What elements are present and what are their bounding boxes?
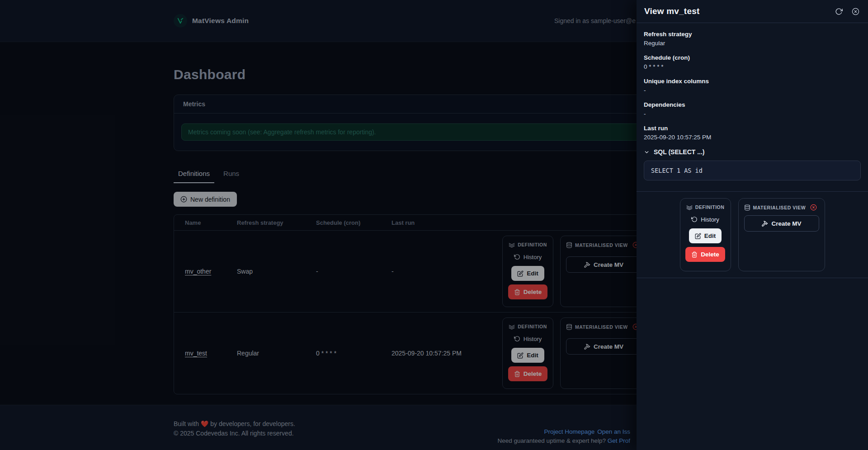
- field-label: Last run: [644, 125, 861, 132]
- history-button[interactable]: History: [689, 214, 722, 225]
- create-mv-button[interactable]: Create MV: [744, 215, 819, 232]
- app-root: MatViews Admin Signed in as sample-user@…: [0, 0, 868, 450]
- refresh-button[interactable]: [834, 7, 844, 16]
- edit-button[interactable]: Edit: [689, 228, 722, 243]
- definition-actions-panel: DEFINITION History Edit Delete: [680, 198, 731, 271]
- field-label: Unique index columns: [644, 78, 861, 85]
- close-circle-icon: [852, 8, 859, 15]
- materialised-panel-header: MATERIALISED VIEW: [744, 204, 819, 211]
- hammer-icon: [761, 220, 768, 227]
- close-button[interactable]: [851, 7, 860, 16]
- field-label: Schedule (cron): [644, 54, 861, 61]
- edit-icon: [695, 233, 701, 239]
- field-value: 2025-09-20 10:57:25 PM: [644, 134, 861, 141]
- field-value: Regular: [644, 40, 861, 47]
- sql-code-block: SELECT 1 AS id: [644, 161, 861, 180]
- database-icon: [744, 204, 750, 211]
- sql-section-toggle[interactable]: SQL (SELECT ...): [644, 148, 861, 156]
- field-value: -: [644, 110, 861, 117]
- drawer-action-cards: DEFINITION History Edit Delete: [637, 191, 868, 278]
- layers-icon: [686, 204, 693, 210]
- mv-missing-badge-icon: [810, 204, 817, 211]
- definition-panel-header: DEFINITION: [686, 204, 725, 210]
- field-label: Dependencies: [644, 101, 861, 108]
- drawer-header: View mv_test: [637, 0, 868, 23]
- trash-icon: [691, 251, 698, 258]
- delete-button[interactable]: Delete: [685, 247, 725, 262]
- materialised-view-panel: MATERIALISED VIEW Create MV: [738, 198, 825, 271]
- chevron-down-icon: [644, 149, 650, 155]
- history-icon: [691, 216, 698, 223]
- field-value: -: [644, 87, 861, 94]
- drawer-body: Refresh strategy Regular Schedule (cron)…: [637, 23, 868, 180]
- sql-section-label: SQL (SELECT ...): [654, 148, 705, 156]
- field-value: 0 * * * *: [644, 63, 861, 70]
- drawer-title: View mv_test: [644, 6, 699, 16]
- view-definition-drawer: View mv_test Refresh strategy Regular Sc…: [637, 0, 868, 450]
- refresh-icon: [835, 8, 843, 15]
- field-label: Refresh strategy: [644, 31, 861, 38]
